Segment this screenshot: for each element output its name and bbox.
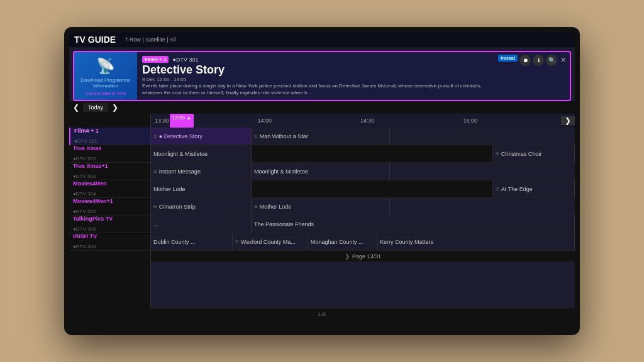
prev-day-button[interactable]: ❮ bbox=[73, 103, 79, 112]
menu-icon: ≡ bbox=[153, 133, 157, 140]
lg-logo: LG bbox=[318, 311, 326, 317]
close-button[interactable]: ✕ bbox=[559, 55, 567, 65]
page-label: Page 13/31 bbox=[352, 253, 381, 260]
menu-icon: ≡ bbox=[496, 150, 499, 157]
timeline-spacer bbox=[69, 114, 151, 128]
search-button[interactable]: 🔍 bbox=[546, 55, 557, 66]
timeline-times: 13:53 ▲ 13:30 14:00 14:30 15:00 bbox=[151, 114, 561, 128]
menu-icon: ≡ bbox=[235, 238, 239, 245]
program-monaghan-county[interactable]: Monaghan County ... bbox=[308, 233, 377, 250]
program-kerry-county[interactable]: Kerry County Matters bbox=[377, 233, 575, 250]
program-moonlight-mistletoe-2[interactable]: Moonlight & Mistletoe bbox=[252, 163, 390, 180]
guide-title: TV GUIDE bbox=[74, 35, 116, 45]
channel-name-0: Film4 + 1 bbox=[74, 128, 99, 134]
channel-num-6: ●DTV 400 bbox=[73, 244, 96, 250]
program-detective-story[interactable]: ≡ ● Detective Story bbox=[151, 128, 252, 145]
channel-name-6: IRISH TV bbox=[73, 233, 97, 239]
program-row-0: ≡ ● Detective Story ≡ Man Without a Star bbox=[151, 128, 575, 145]
channel-item-irishtv[interactable]: IRISH TV ●DTV 400 bbox=[69, 233, 150, 251]
channel-num-2: ●DTV 303 bbox=[73, 173, 96, 179]
channel-badge: Film4 + 1 bbox=[142, 56, 169, 63]
channel-name-4: Movies4Men+1 bbox=[73, 198, 113, 204]
time-1400: 14:00 bbox=[253, 118, 356, 124]
channel-item-truexmas1[interactable]: True Xmas+1 ●DTV 303 bbox=[69, 163, 150, 180]
info-button[interactable]: ℹ bbox=[533, 55, 544, 66]
guide-header: TV GUIDE 7 Row | Satellite | All bbox=[69, 32, 575, 47]
page-indicator: ❯ Page 13/31 bbox=[151, 251, 575, 261]
time-1500: 15:00 bbox=[458, 118, 562, 124]
chevron-down-icon: ❯ bbox=[345, 253, 350, 260]
program-at-the-edge[interactable]: ≡ At The Edge bbox=[493, 180, 575, 197]
info-top-right: freesat ⏺ ℹ 🔍 ✕ bbox=[496, 52, 570, 100]
menu-icon: ≡ bbox=[153, 203, 157, 210]
channel-num-3: ●DTV 304 bbox=[73, 191, 96, 197]
program-man-without-star[interactable]: ≡ Man Without a Star bbox=[252, 128, 390, 145]
tv-screen: TV GUIDE 7 Row | Satellite | All 📡 Downl… bbox=[69, 32, 575, 309]
timeline-nav-right[interactable]: ❯ bbox=[561, 116, 575, 125]
channel-num-4: ●DTV 305 bbox=[73, 209, 96, 214]
program-thumbnail: 📡 Download Programme Information Current… bbox=[74, 52, 137, 100]
channel-name-5: TalkingPics TV bbox=[73, 216, 113, 222]
program-ellipsis[interactable]: ... bbox=[151, 216, 252, 233]
tv-screen-outer: TV GUIDE 7 Row | Satellite | All 📡 Downl… bbox=[64, 27, 580, 335]
menu-icon: ≡ bbox=[153, 168, 157, 175]
channel-item-truexmas[interactable]: True Xmas ●DTV 302 bbox=[69, 145, 150, 163]
program-dublin-county[interactable]: Dublin County ... bbox=[151, 233, 233, 250]
time-1430: 14:30 bbox=[355, 118, 458, 124]
freesat-logo: freesat bbox=[498, 55, 518, 62]
program-mother-lode-2[interactable]: ≡ Mother Lode bbox=[252, 198, 390, 215]
program-row-3: Mother Lode ≡ At The Edge bbox=[151, 180, 575, 198]
menu-icon: ≡ bbox=[496, 185, 499, 192]
guide-container: TV GUIDE 7 Row | Satellite | All 📡 Downl… bbox=[69, 32, 575, 309]
program-cimarron-strip[interactable]: ≡ Cimarron Strip bbox=[151, 198, 252, 215]
program-wexford-county[interactable]: ≡ Wexford County Ma... bbox=[233, 233, 308, 250]
program-row-4: ≡ Cimarron Strip ≡ Mother Lode bbox=[151, 198, 575, 216]
next-day-button[interactable]: ❯ bbox=[112, 103, 118, 112]
program-moonlight-mistletoe[interactable]: Moonlight & Mistletoe bbox=[151, 145, 252, 162]
current-date-label: Current Date & Time bbox=[86, 91, 126, 96]
broadcast-icon: 📡 bbox=[96, 57, 115, 75]
info-panel: 📡 Download Programme Information Current… bbox=[73, 51, 571, 101]
channel-name-1: True Xmas bbox=[73, 145, 102, 151]
program-description: Events take place during a single day in… bbox=[142, 83, 491, 96]
program-mother-lode[interactable]: Mother Lode bbox=[151, 180, 252, 197]
channel-num-1: ●DTV 302 bbox=[73, 156, 96, 162]
guide-subtitle: 7 Row | Satellite | All bbox=[125, 36, 176, 43]
program-title: Detective Story bbox=[142, 63, 491, 77]
timeline: 13:53 ▲ 13:30 14:00 14:30 15:00 ❯ bbox=[69, 114, 575, 128]
channel-dtv: ●DTV 301 bbox=[172, 57, 198, 63]
channel-item-film4[interactable]: Film4 + 1 ●DTV 301 bbox=[69, 128, 150, 145]
program-time: 9 Dec 12:00 - 14:05 bbox=[142, 77, 491, 82]
channel-item-talkingpics[interactable]: TalkingPics TV ●DTV 306 bbox=[69, 216, 150, 233]
today-button[interactable]: Today bbox=[83, 103, 108, 112]
channel-num-5: ●DTV 306 bbox=[73, 226, 96, 232]
menu-icon: ≡ bbox=[254, 133, 258, 140]
now-indicator: 13:53 ▲ bbox=[170, 114, 194, 128]
channel-item-movies4men[interactable]: Movies4Men ●DTV 304 bbox=[69, 180, 150, 198]
time-1330: 13:30 bbox=[151, 118, 253, 124]
program-row-5: ... The Passionate Friends bbox=[151, 216, 575, 233]
program-empty-1 bbox=[252, 145, 493, 162]
date-nav: ❮ Today ❯ bbox=[69, 101, 575, 114]
channel-line: Film4 + 1 ●DTV 301 bbox=[142, 56, 491, 63]
thumb-label: Download Programme Information bbox=[74, 77, 137, 89]
channels-list: Film4 + 1 ●DTV 301 True Xmas ●DTV 302 Tr… bbox=[69, 128, 151, 309]
guide-content: Film4 + 1 ●DTV 301 True Xmas ●DTV 302 Tr… bbox=[69, 128, 575, 309]
channel-name-3: Movies4Men bbox=[73, 180, 107, 187]
info-content: Film4 + 1 ●DTV 301 Detective Story 9 Dec… bbox=[137, 52, 496, 100]
record-button[interactable]: ⏺ bbox=[519, 55, 531, 66]
program-passionate-friends[interactable]: The Passionate Friends bbox=[252, 216, 575, 233]
channel-num-0: ●DTV 301 bbox=[74, 138, 97, 144]
program-christmas-choir[interactable]: ≡ Christmas Choir bbox=[493, 145, 575, 162]
program-row-1: Moonlight & Mistletoe ≡ Christmas Choir bbox=[151, 145, 575, 163]
channel-name-2: True Xmas+1 bbox=[73, 163, 108, 169]
programs-grid: ≡ ● Detective Story ≡ Man Without a Star… bbox=[151, 128, 575, 309]
program-row-2: ≡ Instant Message Moonlight & Mistletoe bbox=[151, 163, 575, 180]
program-instant-message[interactable]: ≡ Instant Message bbox=[151, 163, 252, 180]
program-row-6: Dublin County ... ≡ Wexford County Ma...… bbox=[151, 233, 575, 251]
menu-icon: ≡ bbox=[254, 203, 258, 210]
channel-item-movies4men1[interactable]: Movies4Men+1 ●DTV 305 bbox=[69, 198, 150, 216]
program-empty-3 bbox=[252, 180, 493, 197]
